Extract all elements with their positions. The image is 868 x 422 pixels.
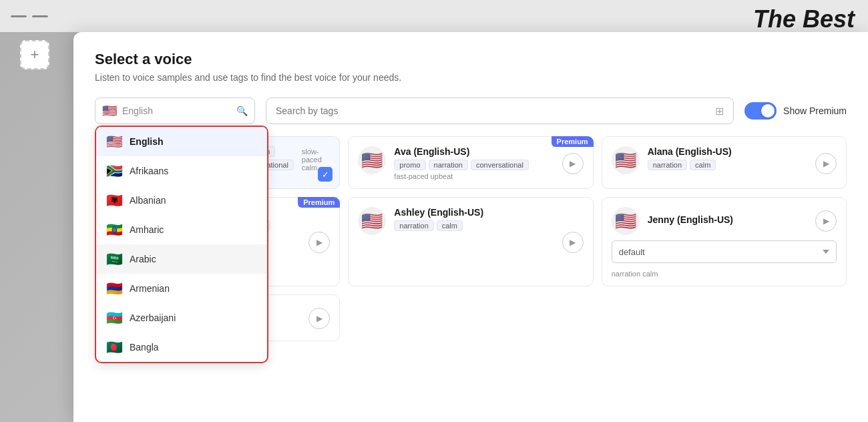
add-button[interactable]: +	[20, 40, 49, 69]
play-icon-isabel: ▶	[316, 314, 322, 323]
modal-subtitle: Listen to voice samples and use tags to …	[95, 72, 847, 83]
voice-flag-ava: 🇺🇸	[358, 146, 386, 174]
armenian-label: Armenian	[130, 283, 170, 294]
language-flag: 🇺🇸	[102, 103, 117, 118]
dash-icon	[11, 15, 27, 17]
jenny-dropdown-row: default calm cheerful	[612, 240, 837, 263]
voice-flag-ashley: 🇺🇸	[358, 207, 386, 235]
voice-info-ava: Ava (English-US) promo narration convers…	[394, 146, 554, 180]
play-button-nicole[interactable]: ▶	[308, 232, 330, 253]
language-select-wrapper: 🇺🇸 English 🔍 🇺🇸 English 🇿🇦 Afrikaans 🇦🇱 …	[95, 97, 255, 124]
voice-card-alana: 🇺🇸 Alana (English-US) narration calm ▶	[602, 136, 847, 189]
select-voice-modal: Select a voice Listen to voice samples a…	[73, 32, 868, 422]
voice-name-ashley: Ashley (English-US)	[394, 207, 554, 218]
search-icon: 🔍	[236, 106, 248, 116]
hero-text: The Best	[753, 5, 855, 33]
voice-name-ava: Ava (English-US)	[394, 146, 554, 157]
voice-flag-alana: 🇺🇸	[612, 146, 640, 174]
play-icon-nicole: ▶	[316, 238, 322, 247]
tag-narration-ashley: narration	[394, 220, 433, 231]
voice-card-ashley: 🇺🇸 Ashley (English-US) narration calm ▶	[348, 197, 593, 286]
language-dropdown-menu: 🇺🇸 English 🇿🇦 Afrikaans 🇦🇱 Albanian 🇪🇹 A…	[95, 126, 268, 363]
voice-info-jenny: Jenny (English-US)	[648, 214, 807, 228]
language-value: English	[122, 106, 153, 116]
dropdown-item-amharic[interactable]: 🇪🇹 Amharic	[96, 215, 267, 244]
voice-info-ashley: Ashley (English-US) narration calm	[394, 207, 554, 233]
voice-name-jenny: Jenny (English-US)	[648, 214, 807, 225]
tags-search-input[interactable]	[276, 106, 715, 116]
dash-icon-2	[32, 15, 48, 17]
show-premium-label: Show Premium	[783, 106, 847, 116]
voice-info-alana: Alana (English-US) narration calm	[648, 146, 807, 172]
tag-calm-ashley: calm	[437, 220, 463, 231]
amharic-label: Amharic	[130, 224, 164, 235]
tag-conversational: conversational	[471, 160, 529, 170]
premium-toggle-switch[interactable]	[744, 102, 777, 120]
premium-badge-ava: Premium	[552, 136, 594, 147]
filter-icon: ⊞	[715, 105, 724, 118]
play-button-jenny[interactable]: ▶	[815, 210, 837, 232]
tag-calm-alana: calm	[690, 160, 716, 170]
tag-narration: narration	[429, 160, 468, 170]
controls-row: 🇺🇸 English 🔍 🇺🇸 English 🇿🇦 Afrikaans 🇦🇱 …	[95, 97, 847, 124]
jenny-top-row: 🇺🇸 Jenny (English-US) ▶	[612, 207, 837, 235]
modal-title: Select a voice	[95, 51, 847, 68]
arabic-flag: 🇸🇦	[105, 251, 123, 267]
albanian-flag: 🇦🇱	[105, 192, 123, 208]
dropdown-item-armenian[interactable]: 🇦🇲 Armenian	[96, 274, 267, 303]
albanian-label: Albanian	[130, 195, 166, 206]
checkmark: ✓	[318, 167, 333, 182]
dropdown-item-albanian[interactable]: 🇦🇱 Albanian	[96, 186, 267, 215]
voice-desc-ava: fast-paced upbeat	[394, 172, 554, 180]
play-button-ava[interactable]: ▶	[562, 153, 584, 174]
dropdown-item-azerbaijani[interactable]: 🇦🇿 Azerbaijani	[96, 303, 267, 333]
tag-narration-alana: narration	[648, 160, 687, 170]
english-label: English	[130, 136, 164, 147]
language-select-button[interactable]: 🇺🇸 English 🔍	[95, 97, 255, 124]
afrikaans-flag: 🇿🇦	[105, 163, 123, 179]
dropdown-item-bangla[interactable]: 🇧🇩 Bangla	[96, 333, 267, 362]
arabic-label: Arabic	[130, 254, 156, 264]
voice-card-ava: Premium 🇺🇸 Ava (English-US) promo narrat…	[348, 136, 593, 189]
jenny-style-select[interactable]: default calm cheerful	[612, 240, 837, 263]
play-icon-alana: ▶	[823, 159, 829, 168]
bangla-flag: 🇧🇩	[105, 339, 123, 355]
premium-badge-nicole: Premium	[298, 197, 340, 208]
armenian-flag: 🇦🇲	[105, 280, 123, 296]
voice-flag-jenny: 🇺🇸	[612, 207, 640, 235]
voice-name-alana: Alana (English-US)	[648, 146, 807, 157]
afrikaans-label: Afrikaans	[130, 166, 168, 176]
play-button-alana[interactable]: ▶	[815, 153, 837, 174]
voice-card-jenny: 🇺🇸 Jenny (English-US) ▶ default calm che…	[602, 197, 847, 286]
play-button-ashley[interactable]: ▶	[562, 232, 584, 253]
bangla-label: Bangla	[130, 342, 159, 353]
voice-tags-alana: narration calm	[648, 160, 807, 170]
amharic-flag: 🇪🇹	[105, 222, 123, 238]
play-icon-ava: ▶	[570, 159, 576, 168]
play-icon-ashley: ▶	[570, 238, 576, 247]
tag-promo: promo	[394, 160, 425, 170]
azerbaijani-label: Azerbaijani	[130, 312, 176, 323]
play-button-isabel[interactable]: ▶	[308, 308, 330, 329]
top-bar	[0, 0, 868, 32]
dropdown-item-afrikaans[interactable]: 🇿🇦 Afrikaans	[96, 156, 267, 186]
dropdown-item-english[interactable]: 🇺🇸 English	[96, 127, 267, 156]
play-icon-jenny: ▶	[823, 216, 829, 226]
dropdown-item-arabic[interactable]: 🇸🇦 Arabic	[96, 244, 267, 274]
voice-tags-ashley: narration calm	[394, 220, 554, 231]
voice-desc-jenny: narration calm	[612, 270, 837, 278]
toggle-knob	[761, 104, 775, 118]
english-flag: 🇺🇸	[105, 134, 123, 150]
azerbaijani-flag: 🇦🇿	[105, 310, 123, 326]
show-premium-toggle: Show Premium	[744, 102, 847, 120]
voice-tags-ava: promo narration conversational	[394, 160, 554, 170]
tags-search-wrapper: ⊞	[266, 97, 734, 124]
